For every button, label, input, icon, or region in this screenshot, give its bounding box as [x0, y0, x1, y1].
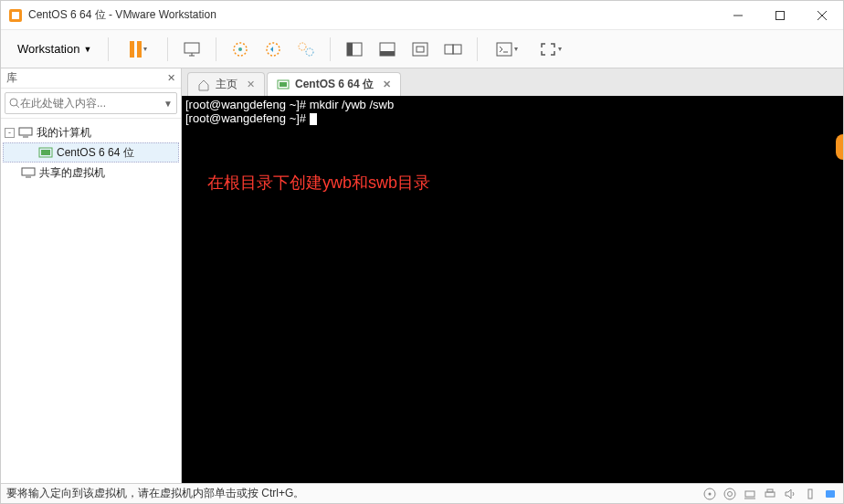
shared-icon [21, 166, 36, 179]
status-text: 要将输入定向到该虚拟机，请在虚拟机内部单击或按 Ctrl+G。 [6, 486, 702, 501]
window-title: CentOS 6 64 位 - VMware Workstation [28, 7, 717, 23]
app-icon [8, 8, 23, 23]
monitor-icon [183, 41, 201, 58]
titlebar: CentOS 6 64 位 - VMware Workstation [1, 1, 843, 30]
view-dual-button[interactable] [438, 35, 468, 64]
svg-rect-43 [826, 490, 835, 498]
status-icons [702, 487, 838, 501]
workstation-menu[interactable]: Workstation ▼ [10, 38, 99, 59]
sidebar-header: 库 ✕ [1, 68, 181, 89]
printer-icon[interactable] [763, 487, 777, 501]
svg-rect-40 [765, 492, 775, 497]
svg-rect-17 [380, 51, 395, 56]
computer-icon [18, 126, 33, 139]
expander-icon[interactable]: - [5, 128, 15, 138]
sidebar-title: 库 [6, 70, 17, 86]
home-icon [197, 79, 210, 91]
side-handle[interactable] [836, 134, 843, 160]
svg-point-24 [10, 99, 17, 106]
svg-line-25 [16, 105, 19, 108]
view-split-button[interactable] [340, 35, 369, 64]
tab-label: 主页 [216, 77, 237, 92]
console-icon [496, 42, 512, 57]
sidebar-search: ▼ [1, 89, 181, 119]
svg-rect-3 [776, 11, 785, 19]
tab-label: CentOS 6 64 位 [295, 77, 374, 92]
svg-point-36 [724, 488, 735, 499]
svg-point-10 [238, 47, 242, 51]
tab-bar: 主页 ✕ CentOS 6 64 位 ✕ [182, 68, 843, 96]
svg-rect-41 [767, 489, 773, 492]
svg-point-12 [299, 43, 306, 50]
sound-icon[interactable] [783, 487, 797, 501]
tab-close-icon[interactable]: ✕ [247, 79, 255, 90]
tree-item-shared[interactable]: 共享的虚拟机 [3, 163, 179, 183]
disk-icon[interactable] [702, 487, 717, 501]
snapshot-button[interactable] [226, 35, 255, 64]
maximize-button[interactable] [759, 1, 801, 30]
send-key-button[interactable] [177, 35, 206, 64]
svg-rect-18 [413, 43, 427, 56]
terminal-line: [root@wangdefeng ~]# mkdir /ywb /swb [185, 98, 839, 111]
network-icon[interactable] [743, 487, 757, 501]
manage-snapshot-icon [297, 41, 315, 58]
tab-home[interactable]: 主页 ✕ [187, 72, 265, 96]
separator [108, 37, 109, 61]
svg-rect-22 [497, 43, 512, 56]
fullscreen-button[interactable] [531, 35, 571, 64]
svg-rect-30 [22, 168, 35, 175]
message-icon[interactable] [823, 487, 838, 501]
annotation-text: 在根目录下创建ywb和swb目录 [207, 176, 430, 190]
library-tree: - 我的计算机 CentOS 6 64 位 共享的虚拟机 [1, 119, 181, 186]
sidebar-close-icon[interactable]: ✕ [167, 72, 175, 84]
tree-item-my-computer[interactable]: - 我的计算机 [3, 122, 179, 142]
svg-rect-6 [185, 43, 199, 53]
statusbar: 要将输入定向到该虚拟机，请在虚拟机内部单击或按 Ctrl+G。 [1, 483, 843, 503]
tab-close-icon[interactable]: ✕ [383, 79, 391, 90]
tab-centos[interactable]: CentOS 6 64 位 ✕ [267, 72, 401, 96]
usb-icon[interactable] [803, 487, 818, 501]
fit-icon [412, 42, 428, 57]
vm-tab-icon [277, 79, 290, 90]
search-dropdown-icon[interactable]: ▼ [164, 99, 173, 109]
view-fit-button[interactable] [406, 35, 435, 64]
cd-icon[interactable] [723, 487, 737, 501]
separator [330, 37, 331, 61]
svg-rect-19 [417, 47, 424, 52]
tree-item-centos[interactable]: CentOS 6 64 位 [3, 142, 179, 163]
manage-snapshot-button[interactable] [291, 35, 321, 64]
revert-button[interactable] [258, 35, 288, 64]
svg-rect-29 [41, 150, 50, 155]
snapshot-icon [232, 41, 248, 58]
split-bottom-icon [379, 42, 396, 57]
split-left-icon [346, 42, 363, 57]
svg-rect-15 [347, 43, 353, 56]
separator [477, 37, 478, 61]
svg-rect-20 [445, 45, 453, 54]
search-input[interactable] [20, 97, 162, 110]
svg-rect-1 [12, 12, 19, 19]
svg-rect-33 [280, 82, 287, 87]
close-button[interactable] [801, 1, 843, 30]
toolbar: Workstation ▼ [1, 30, 843, 68]
pause-button[interactable] [118, 35, 158, 64]
minimize-button[interactable] [717, 1, 759, 30]
terminal[interactable]: [root@wangdefeng ~]# mkdir /ywb /swb [ro… [182, 96, 843, 483]
view-stack-button[interactable] [373, 35, 402, 64]
library-sidebar: 库 ✕ ▼ - 我的计算机 CentOS 6 64 位 共享的虚拟机 [1, 68, 182, 483]
tree-label: 我的计算机 [37, 125, 91, 141]
console-button[interactable] [487, 35, 527, 64]
svg-point-37 [728, 491, 733, 496]
cursor [310, 113, 317, 125]
tree-label: CentOS 6 64 位 [57, 145, 134, 161]
vm-icon [38, 146, 53, 159]
svg-rect-26 [19, 128, 32, 135]
svg-rect-21 [453, 45, 461, 54]
workstation-menu-label: Workstation [17, 42, 79, 56]
pause-icon [130, 41, 142, 58]
search-icon [9, 98, 20, 109]
svg-point-13 [306, 48, 313, 56]
body: 库 ✕ ▼ - 我的计算机 CentOS 6 64 位 共享的虚拟机 [1, 68, 843, 483]
fullscreen-icon [540, 42, 556, 57]
svg-rect-38 [745, 491, 754, 497]
